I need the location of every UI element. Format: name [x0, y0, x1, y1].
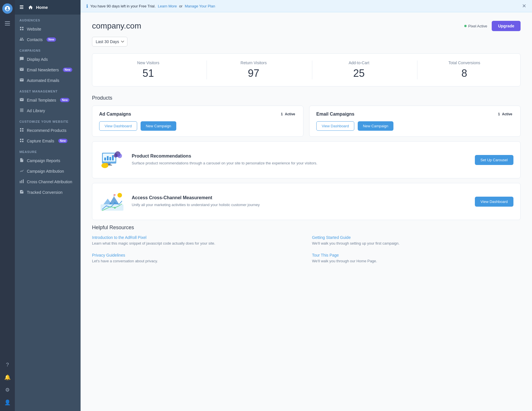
email-new-campaign-btn[interactable]: New Campaign	[358, 121, 393, 131]
resource-item-getting-started: Getting Started Guide We'll walk you thr…	[312, 235, 521, 246]
date-range-select[interactable]: Last 30 Days Last 7 Days Last 90 Days	[92, 37, 127, 47]
hamburger-btn[interactable]: ☰	[19, 5, 23, 10]
svg-point-28	[117, 154, 122, 158]
svg-point-39	[114, 207, 116, 209]
sidebar-item-label: Campaign Reports	[27, 158, 60, 163]
icon-bar: ? 🔔 ⚙ 👤	[0, 0, 15, 411]
sidebar-item-tracked-conversion[interactable]: Tracked Conversion	[15, 187, 81, 198]
product-recommendations-card: Product Recommendations Surface product …	[92, 141, 521, 178]
settings-icon[interactable]: ⚙	[2, 385, 13, 395]
content-header: company.com Pixel Active Upgrade	[92, 21, 521, 31]
svg-point-31	[106, 164, 107, 164]
stat-value: 8	[417, 67, 511, 79]
stat-label: Return Visitors	[207, 61, 301, 65]
email-view-dashboard-btn[interactable]: View Dashboard	[316, 121, 354, 131]
stat-return-visitors: Return Visitors 97	[207, 61, 301, 79]
svg-rect-0	[5, 21, 10, 22]
app-logo[interactable]	[2, 3, 13, 14]
stat-value: 51	[101, 67, 195, 79]
new-badge: New	[63, 68, 72, 72]
svg-rect-20	[104, 158, 106, 160]
sidebar-item-label: Cross Channel Attribution	[27, 180, 72, 184]
svg-rect-1	[5, 23, 10, 24]
email-campaigns-card: Email Campaigns 1 Active View Dashboard …	[309, 106, 521, 137]
section-label-audiences: AUDIENCES	[15, 15, 81, 24]
manage-plan-link[interactable]: Manage Your Plan	[185, 4, 215, 8]
sidebar-item-automated-emails[interactable]: Automated Emails	[15, 75, 81, 86]
svg-rect-16	[21, 180, 22, 183]
hamburger-icon[interactable]	[2, 18, 13, 29]
learn-more-link[interactable]: Learn More	[158, 4, 177, 8]
ad-campaigns-title: Ad Campaigns	[99, 112, 131, 117]
email-newsletters-icon	[19, 67, 24, 72]
capture-emails-icon	[19, 138, 24, 144]
svg-point-38	[114, 202, 116, 204]
sidebar-item-display-ads[interactable]: Display Ads	[15, 54, 81, 65]
svg-rect-21	[107, 156, 109, 160]
pixel-status-label: Pixel Active	[468, 24, 487, 28]
cross-channel-view-dashboard-btn[interactable]: View Dashboard	[475, 197, 513, 207]
info-icon: ℹ	[86, 3, 88, 9]
resources-title: Helpful Resources	[92, 225, 521, 231]
resource-getting-started-link[interactable]: Getting Started Guide	[312, 235, 521, 240]
ad-campaigns-active: 1 Active	[281, 112, 296, 116]
sidebar-item-recommend-products[interactable]: Recommend Products	[15, 125, 81, 136]
sidebar-item-ad-library[interactable]: Ad Library	[15, 105, 81, 116]
svg-rect-9	[22, 130, 23, 132]
sidebar-item-label: Website	[27, 27, 41, 31]
email-campaigns-title: Email Campaigns	[316, 112, 354, 117]
product-rec-illustration	[99, 148, 125, 171]
section-label-campaigns: CAMPAIGNS	[15, 45, 81, 54]
upgrade-button[interactable]: Upgrade	[492, 21, 521, 31]
banner-or: or	[179, 4, 183, 8]
sidebar-item-capture-emails[interactable]: Capture Emails New	[15, 136, 81, 146]
sidebar-item-email-templates[interactable]: Email Templates New	[15, 95, 81, 105]
sidebar-item-website[interactable]: Website	[15, 24, 81, 34]
help-icon[interactable]: ?	[2, 360, 13, 370]
pixel-active-dot	[464, 25, 467, 27]
sidebar-item-contacts[interactable]: Contacts New	[15, 34, 81, 45]
resource-privacy-desc: Let's have a conversation about privacy.	[92, 259, 301, 264]
new-badge: New	[60, 98, 69, 102]
cross-channel-desc: Unify all your marketing activities to u…	[132, 202, 468, 208]
svg-rect-11	[20, 139, 21, 140]
ad-view-dashboard-btn[interactable]: View Dashboard	[99, 121, 137, 131]
notifications-icon[interactable]: 🔔	[2, 372, 13, 382]
set-up-carousel-btn[interactable]: Set Up Carousel	[475, 155, 513, 165]
sidebar-item-email-newsletters[interactable]: Email Newsletters New	[15, 65, 81, 75]
email-campaigns-active: 1 Active	[498, 112, 513, 116]
sidebar-item-cross-channel[interactable]: Cross Channel Attribution	[15, 176, 81, 187]
cross-channel-title: Access Cross-Channel Measurement	[132, 195, 468, 200]
svg-rect-15	[20, 181, 21, 183]
resource-tour-link[interactable]: Tour This Page	[312, 253, 521, 257]
resource-pixel-link[interactable]: Introduction to the AdRoll Pixel	[92, 235, 301, 240]
sidebar-item-campaign-attribution[interactable]: Campaign Attribution	[15, 166, 81, 176]
cross-channel-illustration	[99, 190, 125, 213]
svg-point-37	[117, 193, 122, 198]
email-templates-icon	[19, 97, 24, 103]
close-banner-btn[interactable]: ✕	[522, 3, 526, 9]
cross-channel-card: Access Cross-Channel Measurement Unify a…	[92, 183, 521, 220]
resource-privacy-link[interactable]: Privacy Guidelines	[92, 253, 301, 257]
stat-value: 97	[207, 67, 301, 79]
sidebar-item-label: Capture Emails	[27, 139, 54, 143]
resource-item-tour: Tour This Page We'll walk you through ou…	[312, 253, 521, 264]
sidebar-item-campaign-reports[interactable]: Campaign Reports	[15, 155, 81, 166]
svg-rect-3	[20, 27, 21, 28]
svg-rect-8	[22, 128, 23, 130]
email-campaigns-actions: View Dashboard New Campaign	[316, 121, 513, 131]
banner-message: You have 90 days left in your Free Trial…	[90, 4, 156, 8]
header-right: Pixel Active Upgrade	[464, 21, 521, 31]
profile-icon[interactable]: 👤	[2, 397, 13, 408]
helpful-resources-section: Helpful Resources Introduction to the Ad…	[92, 225, 521, 264]
svg-rect-10	[20, 130, 21, 132]
ad-new-campaign-btn[interactable]: New Campaign	[141, 121, 176, 131]
stats-row: New Visitors 51 Return Visitors 97 Add-t…	[92, 53, 521, 86]
section-label-assets: ASSET MANAGEMENT	[15, 86, 81, 95]
svg-point-30	[105, 163, 108, 166]
site-title: company.com	[92, 21, 141, 31]
sidebar-item-label: Ad Library	[27, 108, 45, 113]
section-label-customize: CUSTOMIZE YOUR WEBSITE	[15, 116, 81, 125]
date-filter: Last 30 Days Last 7 Days Last 90 Days	[92, 37, 521, 47]
stat-value: 25	[312, 67, 406, 79]
